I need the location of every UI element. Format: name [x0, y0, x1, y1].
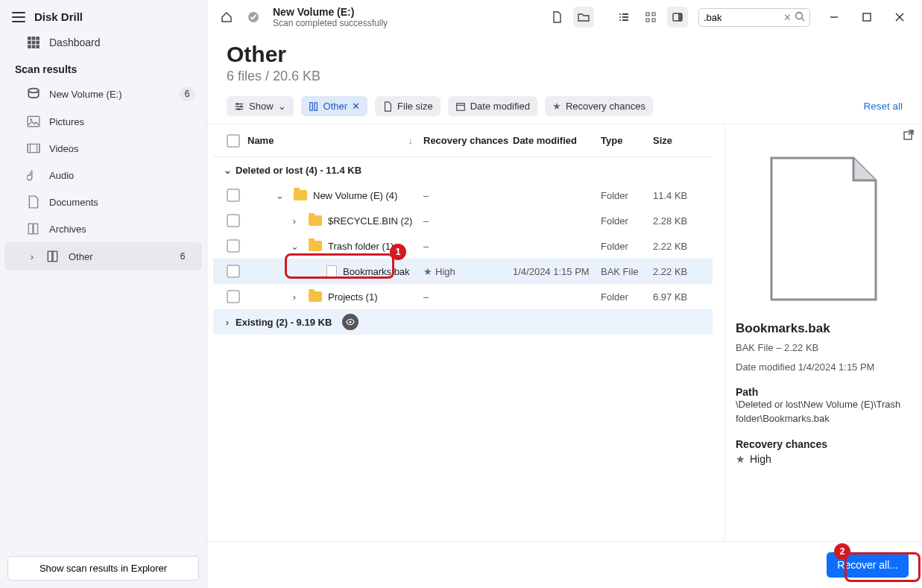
svg-point-9	[28, 89, 39, 93]
minimize-button[interactable]	[821, 7, 847, 28]
cell-size: 11.4 KB	[653, 190, 713, 201]
select-all-checkbox[interactable]	[227, 134, 240, 148]
table-row[interactable]: ›Projects (1) – Folder 6.97 KB	[213, 284, 713, 309]
row-checkbox[interactable]	[227, 214, 240, 227]
svg-rect-12	[28, 144, 40, 152]
svg-rect-2	[36, 37, 40, 40]
col-size[interactable]: Size	[653, 135, 713, 146]
nav-archives[interactable]: Archives	[0, 215, 206, 242]
remove-filter-icon[interactable]: ✕	[352, 101, 360, 112]
table-row-selected[interactable]: Bookmarks.bak ★High 1/4/2024 1:15 PM BAK…	[213, 259, 713, 284]
search-input[interactable]	[704, 12, 780, 23]
svg-rect-31	[678, 13, 682, 21]
audio-icon	[27, 168, 40, 182]
sort-arrow-icon[interactable]: ↓	[408, 135, 414, 146]
svg-point-43	[238, 108, 240, 110]
chevron-down-icon[interactable]: ⌄	[286, 241, 303, 252]
svg-line-33	[802, 18, 805, 21]
chevron-right-icon[interactable]: ›	[286, 291, 303, 303]
eye-icon[interactable]	[342, 314, 359, 330]
nav-volume-label: New Volume (E:)	[49, 89, 122, 100]
scan-results-heading: Scan results	[0, 56, 206, 80]
svg-rect-16	[34, 224, 38, 234]
detail-rc: ★High	[736, 453, 912, 465]
row-checkbox[interactable]	[227, 290, 240, 303]
hamburger-icon[interactable]	[12, 12, 25, 22]
cell-recovery: –	[423, 291, 513, 303]
file-list: Name↓ Recovery chances Date modified Typ…	[207, 124, 724, 541]
col-date[interactable]: Date modified	[513, 135, 601, 146]
svg-rect-29	[652, 19, 655, 22]
svg-point-48	[350, 321, 352, 323]
svg-rect-17	[48, 251, 52, 262]
panel-view-icon[interactable]	[667, 7, 688, 28]
filter-filesize[interactable]: File size	[375, 96, 441, 116]
row-checkbox[interactable]	[227, 239, 240, 253]
col-recovery[interactable]: Recovery chances	[423, 135, 513, 146]
list-view-icon[interactable]	[613, 7, 634, 28]
nav-audio[interactable]: Audio	[0, 162, 206, 189]
row-checkbox[interactable]	[227, 265, 240, 278]
grid-icon	[27, 36, 40, 49]
filter-show[interactable]: Show ⌄	[227, 96, 294, 116]
group-deleted[interactable]: ⌄ Deleted or lost (4) - 11.4 KB	[213, 157, 713, 183]
svg-rect-1	[32, 37, 36, 40]
row-checkbox[interactable]	[227, 189, 240, 202]
nav-documents-label: Documents	[49, 197, 98, 208]
file-icon[interactable]	[546, 7, 567, 28]
detail-rc-label: Recovery chances	[736, 438, 912, 450]
svg-rect-0	[28, 37, 31, 40]
filter-date[interactable]: Date modified	[448, 96, 537, 116]
clear-search-icon[interactable]: ✕	[783, 12, 792, 23]
grid-view-icon[interactable]	[640, 7, 661, 28]
reset-filters[interactable]: Reset all	[863, 101, 903, 112]
nav-documents[interactable]: Documents	[0, 189, 206, 215]
show-in-explorer-button[interactable]: Show scan results in Explorer	[7, 556, 199, 581]
popout-icon[interactable]	[903, 129, 915, 143]
chevron-down-icon[interactable]: ⌄	[219, 165, 236, 176]
svg-rect-8	[36, 45, 40, 48]
chevron-right-icon[interactable]: ›	[219, 317, 236, 328]
page-subtitle: 6 files / 20.6 KB	[227, 69, 903, 84]
col-type[interactable]: Type	[601, 135, 653, 146]
folder-icon	[309, 291, 322, 302]
other-icon	[46, 250, 60, 263]
table-row[interactable]: ⌄Trash folder (1) – Folder 2.22 KB	[213, 233, 713, 259]
search-box[interactable]: ✕	[698, 8, 810, 27]
close-button[interactable]	[886, 7, 913, 28]
check-icon[interactable]	[243, 7, 264, 28]
cell-size: 2.22 KB	[653, 241, 713, 252]
cell-type: Folder	[601, 241, 653, 252]
picture-icon	[27, 115, 40, 128]
group-existing[interactable]: › Existing (2) - 9.19 KB	[213, 309, 713, 335]
search-icon[interactable]	[795, 11, 805, 24]
svg-rect-35	[863, 13, 871, 21]
nav-videos[interactable]: Videos	[0, 135, 206, 162]
table-row[interactable]: ›$RECYCLE.BIN (2) – Folder 2.28 KB	[213, 208, 713, 233]
file-icon	[382, 101, 393, 112]
app-title: Disk Drill	[34, 10, 83, 23]
cell-type: BAK File	[601, 266, 653, 277]
nav-pictures[interactable]: Pictures	[0, 108, 206, 135]
chevron-down-icon[interactable]: ⌄	[271, 190, 288, 201]
nav-other[interactable]: › Other 6	[4, 242, 202, 271]
nav-volume[interactable]: New Volume (E:) 6	[0, 80, 206, 108]
filter-other[interactable]: Other ✕	[301, 96, 368, 116]
table-header: Name↓ Recovery chances Date modified Typ…	[213, 124, 713, 157]
filter-chances[interactable]: ★ Recovery chances	[545, 96, 653, 116]
cell-type: Folder	[601, 291, 653, 303]
svg-rect-45	[314, 102, 317, 110]
chevron-right-icon[interactable]: ›	[286, 215, 303, 227]
filter-date-label: Date modified	[470, 101, 530, 112]
svg-rect-46	[456, 103, 464, 110]
col-name[interactable]: Name	[247, 135, 274, 146]
folder-view-icon[interactable]	[573, 7, 594, 28]
table-row[interactable]: ⌄New Volume (E) (4) – Folder 11.4 KB	[213, 183, 713, 208]
nav-pictures-label: Pictures	[49, 116, 84, 127]
maximize-button[interactable]	[853, 7, 880, 28]
recover-all-button[interactable]: Recover all...	[827, 552, 909, 578]
volume-title: New Volume (E:)	[273, 6, 388, 18]
nav-dashboard[interactable]: Dashboard	[0, 29, 206, 56]
calendar-icon	[455, 101, 466, 112]
home-icon[interactable]	[216, 7, 237, 28]
